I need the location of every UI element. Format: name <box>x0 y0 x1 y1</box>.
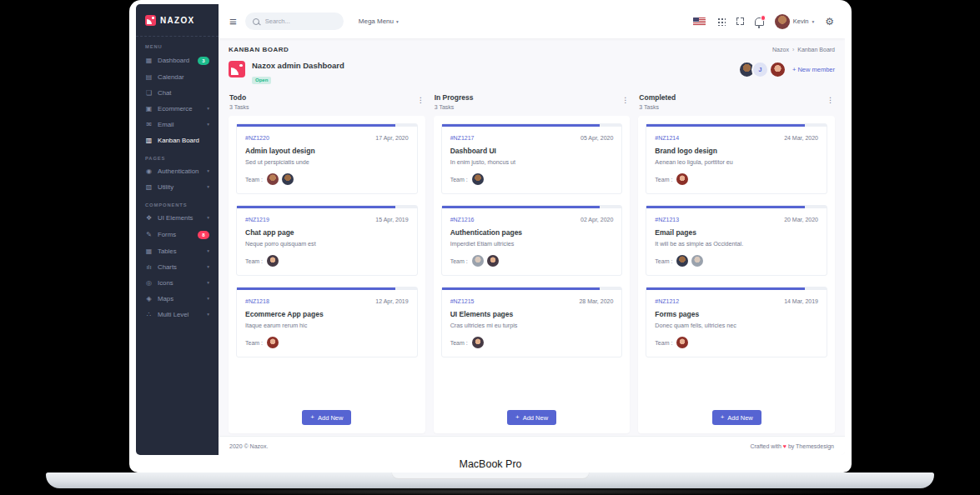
member-avatar <box>267 255 279 267</box>
task-title: Admin layout design <box>245 147 409 155</box>
sidebar-item-authentication[interactable]: ◉ Authentication ▾ <box>136 163 219 179</box>
icons-icon: ◎ <box>145 280 153 287</box>
charts-icon: ılı <box>145 264 153 271</box>
sidebar-item-ecommerce[interactable]: ▣ Ecommerce ▾ <box>136 101 219 117</box>
user-menu[interactable]: Kevin ▾ <box>775 14 815 29</box>
sidebar-item-utility[interactable]: ▧ Utility ▾ <box>136 179 219 195</box>
gear-icon[interactable]: ⚙ <box>825 17 834 27</box>
notifications-button[interactable] <box>755 18 764 26</box>
card-progress <box>646 288 827 290</box>
fullscreen-icon[interactable] <box>736 18 744 25</box>
breadcrumb-link[interactable]: Nazox <box>772 47 789 52</box>
task-description: Itaque earum rerum hic <box>245 322 409 329</box>
kanban-card[interactable]: #NZ1218 12 Apr, 2019 Ecommerce App pages… <box>236 287 418 358</box>
dashboard-icon: ▦ <box>145 58 153 64</box>
kanban-card[interactable]: #NZ1219 15 Apr, 2019 Chat app page Neque… <box>236 205 418 276</box>
kanban-card[interactable]: #NZ1212 14 Mar, 2019 Forms pages Donec q… <box>646 287 827 358</box>
menu-toggle-icon[interactable]: ≡ <box>229 15 237 28</box>
task-id-link[interactable]: #NZ1212 <box>655 298 679 304</box>
language-flag-icon[interactable] <box>693 18 706 26</box>
sidebar-item-chat[interactable]: ❏ Chat <box>136 85 219 101</box>
sidebar-item-email[interactable]: ✉ Email ▾ <box>136 117 219 132</box>
column-menu-icon[interactable]: ⋮ <box>417 93 425 104</box>
chevron-down-icon: ▾ <box>207 281 209 286</box>
sidebar-item-calendar[interactable]: ▤ Calendar <box>136 69 219 85</box>
task-date: 15 Apr, 2019 <box>375 217 408 222</box>
search-box[interactable] <box>245 12 344 30</box>
sidebar-item-label: Calendar <box>158 74 184 81</box>
task-title: Brand logo design <box>655 147 818 155</box>
task-description: Cras ultricies mi eu turpis <box>450 322 614 329</box>
sidebar-item-icons[interactable]: ◎ Icons ▾ <box>136 275 219 291</box>
dashboard-badge: 3 <box>198 57 209 65</box>
task-id-link[interactable]: #NZ1219 <box>245 217 269 222</box>
sidebar-item-maps[interactable]: ◈ Maps ▾ <box>136 291 219 307</box>
sidebar-item-ui-elements[interactable]: ❖ UI Elements ▾ <box>136 210 219 226</box>
add-new-label: Add New <box>523 414 548 422</box>
team-avatars <box>472 337 484 348</box>
chat-icon: ❏ <box>145 90 153 97</box>
team-avatars <box>676 337 688 348</box>
team-avatars <box>472 173 484 185</box>
brand-logo[interactable]: NAZOX <box>136 4 219 37</box>
kanban-card[interactable]: #NZ1217 05 Apr, 2020 Dashboard UI In eni… <box>441 123 623 194</box>
task-id-link[interactable]: #NZ1218 <box>245 298 269 304</box>
kanban-card[interactable]: #NZ1215 28 Mar, 2020 UI Elements pages C… <box>441 287 623 358</box>
add-new-button[interactable]: + Add New <box>507 410 556 425</box>
task-id-link[interactable]: #NZ1215 <box>450 298 475 304</box>
nazox-logo-icon <box>145 15 156 26</box>
apps-grid-icon[interactable] <box>716 17 726 26</box>
sidebar-item-label: Tables <box>158 248 177 255</box>
team-label: Team : <box>245 177 263 182</box>
task-description: Aenean leo ligula, porttitor eu <box>655 158 818 166</box>
member-avatar <box>676 255 688 267</box>
kanban-card[interactable]: #NZ1216 02 Apr, 2020 Authentication page… <box>441 205 623 276</box>
member-avatars <box>769 61 787 78</box>
task-id-link[interactable]: #NZ1214 <box>655 135 679 141</box>
team-label: Team : <box>450 258 468 264</box>
new-member-link[interactable]: + New member <box>792 66 835 73</box>
sidebar-item-forms[interactable]: ✎ Forms 8 <box>136 226 219 243</box>
sidebar-section-label: COMPONENTS <box>136 195 219 210</box>
team-label: Team : <box>655 177 672 182</box>
mega-menu-button[interactable]: Mega Menu ▾ <box>359 18 399 25</box>
task-id-link[interactable]: #NZ1220 <box>245 135 269 141</box>
add-new-button[interactable]: + Add New <box>302 410 351 425</box>
sidebar-item-label: Charts <box>158 264 177 271</box>
sidebar-item-label: Email <box>158 122 174 128</box>
sidebar-item-label: Kanban Board <box>158 138 199 144</box>
add-new-button[interactable]: + Add New <box>712 410 761 425</box>
card-progress <box>442 124 622 127</box>
sidebar-item-tables[interactable]: ▦ Tables ▾ <box>136 243 219 259</box>
sidebar-item-dashboard[interactable]: ▦ Dashboard 3 <box>136 52 219 69</box>
project-logo-icon <box>229 61 245 78</box>
sidebar-item-label: Ecommerce <box>158 106 193 112</box>
task-id-link[interactable]: #NZ1216 <box>450 217 475 222</box>
search-input[interactable] <box>264 17 327 26</box>
laptop-base-notch <box>391 472 589 479</box>
sidebar-item-charts[interactable]: ılı Charts ▾ <box>136 259 219 275</box>
task-date: 12 Apr, 2019 <box>375 298 408 304</box>
task-id-link[interactable]: #NZ1213 <box>655 217 679 222</box>
task-title: Ecommerce App pages <box>245 310 409 318</box>
sidebar-item-kanban-board[interactable]: ▥ Kanban Board <box>136 132 219 148</box>
column-menu-icon[interactable]: ⋮ <box>621 93 629 104</box>
kanban-card[interactable]: #NZ1213 20 Mar, 2020 Email pages It will… <box>646 205 827 276</box>
kanban-card[interactable]: #NZ1220 17 Apr, 2020 Admin layout design… <box>236 123 418 194</box>
kanban-icon: ▥ <box>145 138 153 144</box>
sidebar-item-multi-level[interactable]: ∴ Multi Level ▾ <box>136 307 219 322</box>
task-date: 02 Apr, 2020 <box>580 217 613 222</box>
sidebar-item-label: Chat <box>158 90 171 97</box>
kanban-card[interactable]: #NZ1214 24 Mar, 2020 Brand logo design A… <box>646 123 827 194</box>
task-date: 20 Mar, 2020 <box>784 217 818 222</box>
sidebar-item-label: UI Elements <box>158 215 193 222</box>
sidebar-section-label: MENU <box>136 37 219 52</box>
task-id-link[interactable]: #NZ1217 <box>450 135 475 141</box>
user-name: Kevin <box>793 18 809 25</box>
plus-icon: + <box>721 414 725 421</box>
member-avatar <box>676 337 688 348</box>
member-avatar <box>769 61 787 78</box>
utility-icon: ▧ <box>145 184 153 191</box>
add-new-label: Add New <box>318 414 343 422</box>
column-menu-icon[interactable]: ⋮ <box>827 93 834 104</box>
